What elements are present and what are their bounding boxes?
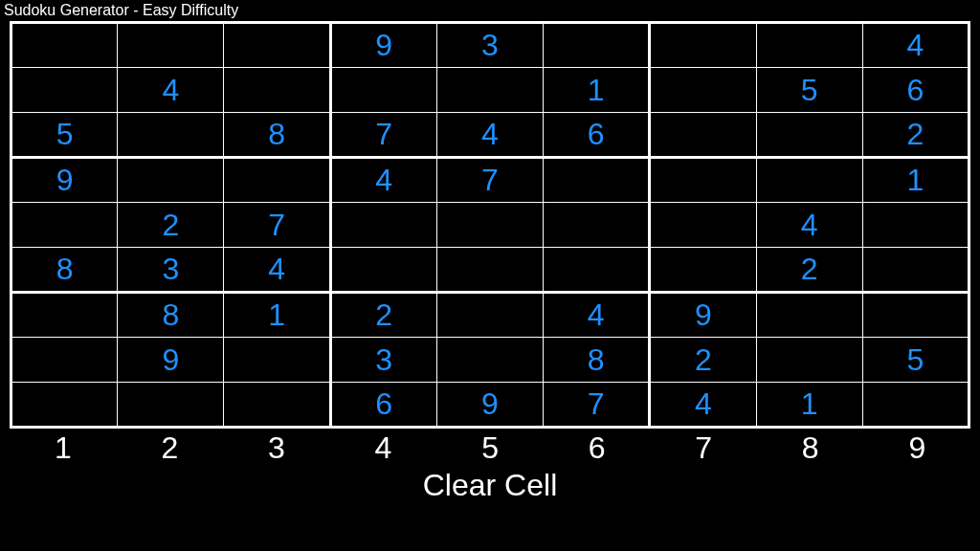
cell-r3-c4[interactable]: 7 xyxy=(436,158,543,203)
cell-r1-c1[interactable]: 4 xyxy=(118,68,224,113)
cell-r4-c8[interactable] xyxy=(862,203,969,248)
cell-r2-c2[interactable]: 8 xyxy=(224,113,330,158)
cell-r3-c1[interactable] xyxy=(118,158,224,203)
cell-r2-c4[interactable]: 4 xyxy=(436,113,543,158)
cell-r7-c1[interactable]: 9 xyxy=(118,338,224,383)
cell-r0-c2[interactable] xyxy=(224,23,330,68)
cell-r4-c5[interactable] xyxy=(544,203,650,248)
cell-r2-c1[interactable] xyxy=(118,113,224,158)
cell-r5-c8[interactable] xyxy=(862,248,969,293)
cell-r4-c7[interactable]: 4 xyxy=(756,203,862,248)
number-button-4[interactable]: 4 xyxy=(330,430,437,466)
cell-r3-c3[interactable]: 4 xyxy=(330,158,436,203)
cell-r4-c4[interactable] xyxy=(436,203,543,248)
cell-r5-c7[interactable]: 2 xyxy=(756,248,862,293)
cell-r0-c3[interactable]: 9 xyxy=(330,23,436,68)
number-button-9[interactable]: 9 xyxy=(864,430,971,466)
cell-r7-c2[interactable] xyxy=(224,338,330,383)
cell-r8-c2[interactable] xyxy=(224,383,330,428)
cell-r2-c7[interactable] xyxy=(756,113,862,158)
cell-r7-c8[interactable]: 5 xyxy=(862,338,969,383)
cell-r6-c4[interactable] xyxy=(436,293,543,338)
number-button-6[interactable]: 6 xyxy=(544,430,651,466)
cell-r0-c8[interactable]: 4 xyxy=(862,23,969,68)
cell-r5-c1[interactable]: 3 xyxy=(118,248,224,293)
cell-r8-c8[interactable] xyxy=(862,383,969,428)
number-button-5[interactable]: 5 xyxy=(436,430,544,466)
cell-r1-c3[interactable] xyxy=(330,68,436,113)
window-title: Sudoku Generator - Easy Difficulty xyxy=(0,0,980,21)
cell-r3-c0[interactable]: 9 xyxy=(11,158,118,203)
clear-cell-button[interactable]: Clear Cell xyxy=(10,466,970,503)
cell-r4-c0[interactable] xyxy=(11,203,118,248)
cell-r4-c1[interactable]: 2 xyxy=(118,203,224,248)
number-picker-row: 123456789 xyxy=(10,429,970,466)
cell-r8-c0[interactable] xyxy=(11,383,118,428)
cell-r8-c1[interactable] xyxy=(118,383,224,428)
cell-r1-c0[interactable] xyxy=(11,68,118,113)
cell-r2-c3[interactable]: 7 xyxy=(330,113,436,158)
sudoku-board: 934415658746294712748342812499382569741 xyxy=(10,21,970,429)
number-button-7[interactable]: 7 xyxy=(650,430,757,466)
cell-r4-c3[interactable] xyxy=(330,203,436,248)
number-button-3[interactable]: 3 xyxy=(223,430,330,466)
cell-r0-c0[interactable] xyxy=(11,23,118,68)
cell-r7-c0[interactable] xyxy=(11,338,118,383)
cell-r6-c8[interactable] xyxy=(862,293,969,338)
cell-r3-c7[interactable] xyxy=(756,158,862,203)
cell-r3-c5[interactable] xyxy=(544,158,650,203)
cell-r3-c8[interactable]: 1 xyxy=(862,158,969,203)
cell-r2-c0[interactable]: 5 xyxy=(11,113,118,158)
cell-r6-c2[interactable]: 1 xyxy=(224,293,330,338)
cell-r7-c5[interactable]: 8 xyxy=(544,338,650,383)
cell-r0-c1[interactable] xyxy=(118,23,224,68)
cell-r7-c4[interactable] xyxy=(436,338,543,383)
cell-r5-c3[interactable] xyxy=(330,248,436,293)
cell-r4-c6[interactable] xyxy=(650,203,756,248)
cell-r1-c7[interactable]: 5 xyxy=(756,68,862,113)
cell-r7-c3[interactable]: 3 xyxy=(330,338,436,383)
cell-r5-c5[interactable] xyxy=(544,248,650,293)
cell-r0-c5[interactable] xyxy=(544,23,650,68)
cell-r4-c2[interactable]: 7 xyxy=(224,203,330,248)
cell-r2-c8[interactable]: 2 xyxy=(862,113,969,158)
cell-r8-c7[interactable]: 1 xyxy=(756,383,862,428)
number-button-2[interactable]: 2 xyxy=(117,430,224,466)
cell-r6-c1[interactable]: 8 xyxy=(118,293,224,338)
cell-r3-c2[interactable] xyxy=(224,158,330,203)
cell-r1-c5[interactable]: 1 xyxy=(544,68,650,113)
cell-r7-c6[interactable]: 2 xyxy=(650,338,756,383)
cell-r1-c4[interactable] xyxy=(436,68,543,113)
cell-r8-c6[interactable]: 4 xyxy=(650,383,756,428)
cell-r6-c6[interactable]: 9 xyxy=(650,293,756,338)
cell-r7-c7[interactable] xyxy=(756,338,862,383)
cell-r6-c5[interactable]: 4 xyxy=(544,293,650,338)
cell-r1-c2[interactable] xyxy=(224,68,330,113)
cell-r1-c6[interactable] xyxy=(650,68,756,113)
cell-r0-c6[interactable] xyxy=(650,23,756,68)
cell-r1-c8[interactable]: 6 xyxy=(862,68,969,113)
cell-r5-c2[interactable]: 4 xyxy=(224,248,330,293)
cell-r5-c6[interactable] xyxy=(650,248,756,293)
sudoku-board-container: 934415658746294712748342812499382569741 xyxy=(0,21,980,429)
cell-r2-c6[interactable] xyxy=(650,113,756,158)
cell-r6-c7[interactable] xyxy=(756,293,862,338)
cell-r8-c3[interactable]: 6 xyxy=(330,383,436,428)
cell-r3-c6[interactable] xyxy=(650,158,756,203)
cell-r2-c5[interactable]: 6 xyxy=(544,113,650,158)
cell-r5-c4[interactable] xyxy=(436,248,543,293)
number-button-1[interactable]: 1 xyxy=(10,430,117,466)
cell-r5-c0[interactable]: 8 xyxy=(11,248,118,293)
cell-r6-c0[interactable] xyxy=(11,293,118,338)
cell-r8-c5[interactable]: 7 xyxy=(544,383,650,428)
cell-r6-c3[interactable]: 2 xyxy=(330,293,436,338)
number-button-8[interactable]: 8 xyxy=(757,430,864,466)
cell-r0-c4[interactable]: 3 xyxy=(436,23,543,68)
cell-r0-c7[interactable] xyxy=(756,23,862,68)
cell-r8-c4[interactable]: 9 xyxy=(436,383,543,428)
